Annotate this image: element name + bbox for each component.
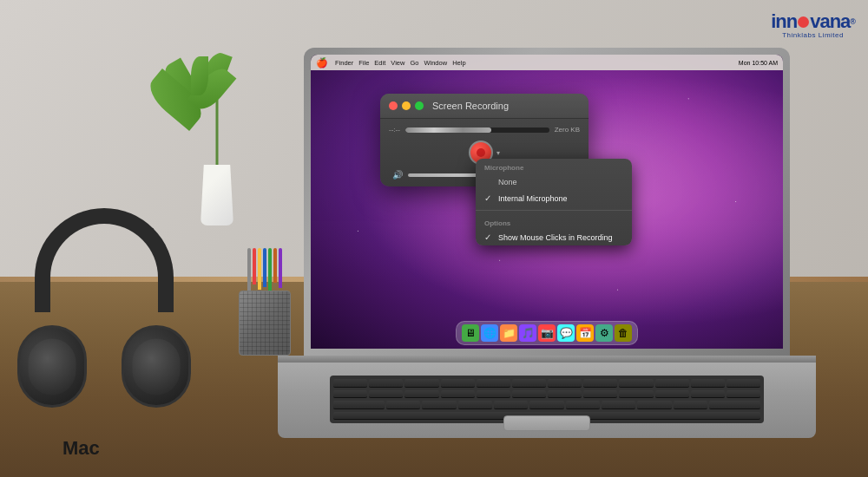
menu-view[interactable]: View: [391, 59, 404, 67]
keyboard-key: [637, 401, 671, 409]
menu-edit[interactable]: Edit: [374, 59, 385, 67]
keyboard-key: [727, 379, 760, 388]
keyboard-key: [619, 379, 653, 388]
headphones-cup-right: [122, 325, 191, 408]
keyboard-key: [477, 390, 510, 399]
dock-finder-icon[interactable]: 🖥: [462, 324, 479, 342]
laptop-base: [278, 363, 816, 438]
pencil: [263, 248, 266, 287]
keyboard-key: [583, 379, 617, 388]
volume-icon: 🔊: [392, 170, 403, 180]
keyboard-key: [619, 390, 653, 399]
keyboard-key: [709, 401, 760, 409]
dock-icon-9[interactable]: 🗑: [615, 324, 632, 342]
menu-file[interactable]: File: [358, 59, 369, 67]
registered-mark: ®: [850, 17, 855, 26]
dock-safari-icon[interactable]: 🌐: [481, 324, 498, 342]
innovana-o-dot: [798, 16, 809, 28]
keyboard-key: [333, 390, 367, 399]
pencil: [268, 248, 272, 293]
dropdown-divider: [476, 210, 632, 211]
keyboard-key: [583, 390, 617, 399]
plant: [191, 52, 243, 225]
menu-go[interactable]: Go: [410, 59, 418, 67]
headphones: [17, 208, 191, 425]
keyboard-key: [548, 390, 582, 399]
traffic-lights: [389, 101, 424, 110]
keyboard-key: [674, 401, 707, 409]
pencil: [247, 248, 251, 291]
pencil: [273, 248, 277, 283]
options-section-label: Options: [476, 214, 632, 229]
keyboard-key: [441, 379, 475, 388]
menu-right: Mon 10:50 AM: [739, 60, 778, 66]
headphones-band: [35, 208, 174, 312]
touchpad[interactable]: [503, 415, 590, 431]
keyboard-key: [369, 379, 403, 388]
laptop-screen-outer: 🍎 Finder File Edit View Go Window Help M…: [304, 48, 790, 356]
headphones-cup-inner-left: [29, 338, 76, 395]
pencils: [247, 248, 282, 293]
dock-icon-8[interactable]: ⚙: [595, 324, 613, 342]
microphone-none-option[interactable]: None: [476, 173, 632, 190]
dock-icon-7[interactable]: 📅: [576, 324, 594, 342]
dropdown-arrow-icon[interactable]: ▾: [496, 149, 500, 157]
menu-time: Mon 10:50 AM: [739, 60, 778, 66]
laptop-screen-bezel: 🍎 Finder File Edit View Go Window Help M…: [311, 55, 783, 349]
close-button[interactable]: [389, 101, 398, 110]
mac-desktop: 🍎 Finder File Edit View Go Window Help M…: [311, 55, 783, 349]
none-check: [484, 177, 493, 186]
keyboard-key: [691, 379, 725, 388]
keyboard-key: [691, 390, 725, 399]
keyboard-key: [369, 390, 403, 399]
minimize-button[interactable]: [402, 101, 411, 110]
keyboard-key: [494, 401, 528, 409]
menu-finder[interactable]: Finder: [335, 59, 353, 67]
internal-check: ✓: [484, 193, 493, 203]
mac-label: Mac: [62, 437, 100, 460]
progress-row: --:-- Zero KB: [389, 126, 580, 134]
keyboard-key: [655, 379, 689, 388]
headphones-cup-left: [17, 325, 87, 408]
menu-window[interactable]: Window: [424, 59, 447, 67]
keyboard-key: [386, 401, 420, 409]
innovana-logo: inn vana ® Thinklabs Limited: [771, 10, 855, 39]
keyboard-key: [512, 379, 546, 388]
progress-bar-fill: [405, 127, 491, 133]
innovana-inn: inn: [771, 10, 797, 33]
keyboard-key: [404, 379, 438, 388]
dock-icon-5[interactable]: 📷: [538, 324, 556, 342]
menu-help[interactable]: Help: [452, 59, 465, 67]
plant-leaves: [187, 52, 247, 165]
progress-time: --:--: [389, 126, 400, 134]
none-label: None: [498, 178, 517, 186]
progress-bar-track: [405, 127, 549, 133]
dock-icon-6[interactable]: 💬: [557, 324, 575, 342]
keyboard-key: [422, 401, 456, 409]
mac-menubar: 🍎 Finder File Edit View Go Window Help M…: [311, 55, 783, 70]
keyboard-key: [727, 390, 760, 399]
key-row-3: [333, 401, 760, 409]
laptop-body: [278, 356, 816, 438]
show-mouse-clicks-option[interactable]: ✓ Show Mouse Clicks in Recording: [476, 229, 632, 245]
record-inner: [477, 148, 485, 157]
pencil: [253, 248, 256, 284]
keyboard-key: [333, 401, 385, 409]
keyboard-key: [333, 379, 367, 388]
maximize-button[interactable]: [415, 101, 424, 110]
keyboard-key: [566, 401, 600, 409]
show-mouse-label: Show Mouse Clicks in Recording: [498, 233, 613, 242]
key-row-2: [333, 390, 760, 399]
dock-icon-3[interactable]: 📁: [500, 324, 517, 342]
keyboard-key: [602, 401, 635, 409]
thinklabs-label: Thinklabs Limited: [782, 31, 844, 39]
show-mouse-check: ✓: [484, 232, 493, 242]
microphone-internal-option[interactable]: ✓ Internal Microphone: [476, 190, 632, 206]
leaf: [191, 56, 208, 95]
mac-dock: 🖥 🌐 📁 🎵 📷 💬 📅 ⚙ 🗑: [456, 321, 638, 345]
key-row-1: [333, 379, 760, 388]
dock-icon-4[interactable]: 🎵: [519, 324, 536, 342]
keyboard-key: [512, 390, 546, 399]
dialog-titlebar: Screen Recording: [380, 94, 589, 119]
progress-size: Zero KB: [555, 126, 580, 134]
